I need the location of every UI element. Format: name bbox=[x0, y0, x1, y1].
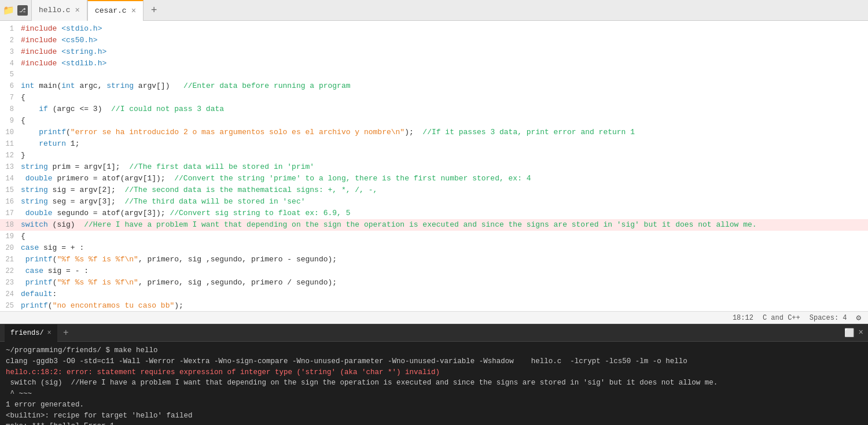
tab-bar: 📁 ⎇ hello.c × cesar.c × + bbox=[0, 0, 868, 21]
table-row: 8 if (argc <= 3) //I could not pass 3 da… bbox=[0, 104, 868, 115]
line-code: case sig = + : bbox=[21, 242, 84, 253]
table-row: 10 printf("error se ha introducido 2 o m… bbox=[0, 127, 868, 138]
line-code: #include <stdlib.h> bbox=[21, 58, 106, 69]
terminal-line: make: *** [hello] Error 1 bbox=[6, 421, 862, 425]
terminal-add-button[interactable]: + bbox=[60, 327, 72, 339]
line-number: 5 bbox=[0, 69, 21, 80]
table-row: 7{ bbox=[0, 92, 868, 104]
line-code: printf("%f %s %f is %f\n", primero, sig … bbox=[21, 277, 337, 288]
settings-gear-icon[interactable]: ⚙ bbox=[856, 313, 861, 323]
line-code: #include <cs50.h> bbox=[21, 35, 98, 46]
terminal-controls: ⬜ × bbox=[844, 328, 863, 338]
table-row: 3#include <string.h> bbox=[0, 46, 868, 58]
line-code: { bbox=[21, 115, 25, 126]
line-code: if (argc <= 3) //I could not pass 3 data bbox=[21, 104, 224, 114]
line-number: 20 bbox=[0, 243, 21, 254]
terminal-maximize-icon[interactable]: ⬜ bbox=[844, 328, 854, 338]
line-number: 24 bbox=[0, 289, 21, 300]
spaces-setting: Spaces: 4 bbox=[810, 314, 847, 322]
line-code: double primero = atof(argv[1]); //Conver… bbox=[21, 173, 531, 184]
line-code: double segundo = atof(argv[3]); //Conver… bbox=[21, 208, 351, 219]
table-row: 20case sig = + : bbox=[0, 242, 868, 254]
table-row: 17 double segundo = atof(argv[3]); //Con… bbox=[0, 208, 868, 219]
line-code: } bbox=[21, 150, 25, 161]
table-row: 22 case sig = - : bbox=[0, 265, 868, 277]
terminal-content[interactable]: ~/programming/friends/ $ make helloclang… bbox=[0, 342, 868, 425]
language-mode: C and C++ bbox=[763, 314, 800, 322]
table-row: 6int main(int argc, string argv[]) //Ent… bbox=[0, 80, 868, 92]
terminal-line: clang -ggdb3 -O0 -std=c11 -Wall -Werror … bbox=[6, 356, 862, 367]
line-code: #include <string.h> bbox=[21, 46, 106, 57]
line-number: 22 bbox=[0, 266, 21, 277]
editor-container: 1#include <stdio.h>2#include <cs50.h>3#i… bbox=[0, 21, 868, 324]
line-number: 10 bbox=[0, 127, 21, 138]
terminal-line: switch (sig) //Here I have a problem I w… bbox=[6, 378, 862, 389]
table-row: 16string seg = argv[3]; //The third data… bbox=[0, 196, 868, 208]
table-row: 11 return 1; bbox=[0, 138, 868, 150]
git-icon-label: ⎇ bbox=[19, 7, 26, 14]
line-code: string sig = argv[2]; //The second data … bbox=[21, 184, 377, 195]
table-row: 9{ bbox=[0, 115, 868, 127]
table-row: 19{ bbox=[0, 231, 868, 242]
terminal-line: ~/programming/friends/ $ make hello bbox=[6, 345, 862, 356]
table-row: 2#include <cs50.h> bbox=[0, 35, 868, 46]
table-row: 5 bbox=[0, 69, 868, 80]
terminal-tab-label: friends/ bbox=[10, 329, 44, 337]
tab-bar-left: 📁 ⎇ bbox=[2, 4, 28, 17]
line-number: 1 bbox=[0, 24, 21, 35]
line-number: 2 bbox=[0, 35, 21, 46]
status-bar: 18:12 C and C++ Spaces: 4 ⚙ bbox=[0, 311, 868, 324]
terminal-tab-bar: friends/ × + ⬜ × bbox=[0, 324, 868, 342]
line-number: 17 bbox=[0, 208, 21, 219]
table-row: 15string sig = argv[2]; //The second dat… bbox=[0, 184, 868, 196]
cursor-position: 18:12 bbox=[733, 314, 753, 322]
line-number: 12 bbox=[0, 150, 21, 161]
add-tab-button[interactable]: + bbox=[146, 2, 162, 19]
table-row: 23 printf("%f %s %f is %f\n", primero, s… bbox=[0, 277, 868, 289]
editor-content[interactable]: 1#include <stdio.h>2#include <cs50.h>3#i… bbox=[0, 21, 868, 311]
line-code: case sig = - : bbox=[21, 265, 89, 276]
tab-hello-c-close[interactable]: × bbox=[75, 6, 80, 14]
folder-icon: 📁 bbox=[3, 5, 14, 16]
terminal-tab-close[interactable]: × bbox=[47, 329, 52, 337]
line-code: { bbox=[21, 231, 25, 242]
terminal-line: ^ ~~~ bbox=[6, 389, 862, 400]
folder-icon-button[interactable]: 📁 bbox=[2, 4, 15, 17]
line-code: string seg = argv[3]; //The third data w… bbox=[21, 196, 306, 207]
line-number: 3 bbox=[0, 47, 21, 58]
line-number: 25 bbox=[0, 301, 21, 311]
tab-hello-c-label: hello.c bbox=[39, 6, 71, 14]
line-number: 13 bbox=[0, 162, 21, 173]
tab-hello-c[interactable]: hello.c × bbox=[31, 0, 87, 21]
tab-cesar-c-close[interactable]: × bbox=[131, 7, 136, 15]
terminal-line: hello.c:18:2: error: statement requires … bbox=[6, 367, 862, 378]
line-code: string prim = argv[1]; //The first data … bbox=[21, 161, 314, 172]
line-number: 18 bbox=[0, 220, 21, 231]
table-row: 18switch (sig) //Here I have a problem I… bbox=[0, 219, 868, 231]
line-code: switch (sig) //Here I have a problem I w… bbox=[21, 219, 757, 230]
line-number: 8 bbox=[0, 104, 21, 115]
table-row: 14 double primero = atof(argv[1]); //Con… bbox=[0, 173, 868, 184]
line-number: 16 bbox=[0, 197, 21, 208]
line-number: 19 bbox=[0, 231, 21, 242]
line-code: #include <stdio.h> bbox=[21, 23, 102, 34]
terminal-line: <builtin>: recipe for target 'hello' fai… bbox=[6, 411, 862, 422]
table-row: 4#include <stdlib.h> bbox=[0, 58, 868, 69]
line-code: printf("no encontramos tu caso bb"); bbox=[21, 300, 183, 311]
terminal-tab-friends[interactable]: friends/ × bbox=[5, 324, 57, 342]
line-number: 6 bbox=[0, 81, 21, 92]
line-number: 21 bbox=[0, 254, 21, 265]
line-code: printf("%f %s %f is %f\n", primero, sig … bbox=[21, 254, 337, 265]
table-row: 25printf("no encontramos tu caso bb"); bbox=[0, 300, 868, 311]
line-code: default: bbox=[21, 289, 57, 300]
line-code: printf("error se ha introducido 2 o mas … bbox=[21, 127, 635, 138]
line-number: 9 bbox=[0, 116, 21, 127]
table-row: 13string prim = argv[1]; //The first dat… bbox=[0, 161, 868, 173]
line-number: 7 bbox=[0, 93, 21, 104]
terminal-line: 1 error generated. bbox=[6, 400, 862, 411]
line-code: { bbox=[21, 92, 25, 103]
terminal-close-icon[interactable]: × bbox=[859, 328, 863, 338]
line-number: 23 bbox=[0, 278, 21, 289]
tab-cesar-c[interactable]: cesar.c × bbox=[87, 0, 144, 21]
terminal-container: friends/ × + ⬜ × ~/programming/friends/ … bbox=[0, 324, 868, 425]
